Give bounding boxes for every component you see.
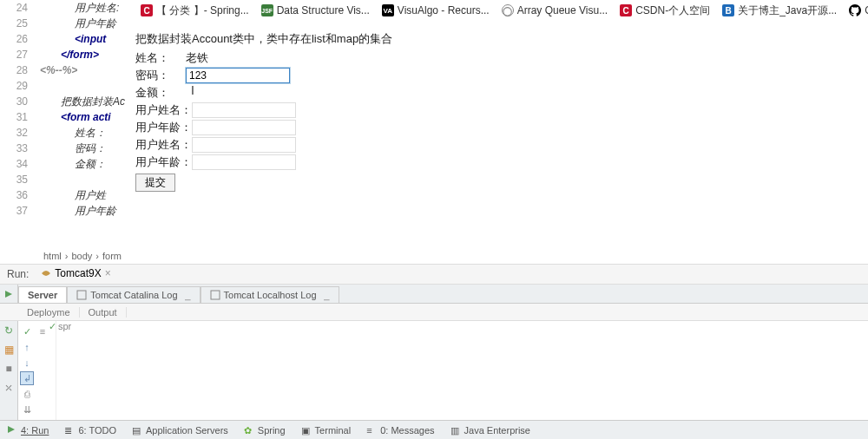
log-icon [210, 290, 220, 300]
run-bar: Run: Tomcat9X × [0, 264, 868, 285]
up-icon[interactable]: ↑ [20, 340, 34, 354]
stop-icon[interactable]: ■ [3, 363, 15, 375]
down-icon[interactable]: ↓ [20, 356, 34, 370]
log-icon [76, 290, 87, 300]
messages-icon: ≡ [366, 425, 377, 436]
bookmark-csdn[interactable]: CCSDN-个人空间 [620, 3, 710, 18]
breadcrumb: html› body› form [43, 251, 122, 261]
line-number-gutter: 2425262728293031323334353637 [0, 0, 40, 243]
bottom-spring[interactable]: ✿Spring [244, 425, 286, 436]
run-config-tab[interactable]: Tomcat9X × [36, 265, 115, 283]
tomcat-icon [41, 268, 51, 278]
github-icon [849, 4, 861, 16]
uname2-label: 用户姓名： [135, 137, 192, 153]
bottom-terminal[interactable]: ▣Terminal [301, 425, 352, 436]
output-subtabs: Deployme Output [0, 304, 868, 321]
svg-rect-1 [211, 291, 220, 299]
output-area: ↻ ▦ ■ ⤫ ✓≡ ↑ ↓ ↲ ⎙ ⇊ [0, 321, 868, 420]
uage1-label: 用户年龄： [135, 120, 192, 135]
server-icon: ▤ [132, 425, 142, 436]
bookmark-blog[interactable]: B关于博主_Java开源... [722, 3, 837, 18]
userage2-input[interactable] [192, 154, 296, 170]
subtab-output[interactable]: Output [80, 307, 127, 318]
open-browser-icon[interactable]: ▦ [3, 344, 15, 356]
javaee-icon: ▥ [450, 425, 461, 436]
scroll-icon[interactable]: ⇊ [20, 403, 34, 416]
breadcrumb-item[interactable]: form [102, 251, 122, 261]
tab-server[interactable]: Server [18, 286, 67, 303]
bookmark-dsvis[interactable]: JSFData Structure Vis... [261, 4, 370, 16]
userage1-input[interactable] [192, 120, 296, 135]
bottom-javaee[interactable]: ▥Java Enterprise [450, 425, 530, 436]
submit-button[interactable]: 提交 [135, 174, 175, 192]
output-tabs: Server Tomcat Catalina Log⎯ Tomcat Local… [0, 285, 868, 304]
bottom-run[interactable]: 4: Run [7, 425, 49, 436]
globe-icon: ◯ [502, 4, 514, 16]
blog-icon: B [722, 4, 734, 16]
pin-icon: ⎯ [324, 290, 330, 300]
bottom-toolbar: 4: Run ≣6: TODO ▤Application Servers ✿Sp… [0, 420, 868, 439]
bookmark-visualgo[interactable]: VAVisuAlgo - Recurs... [382, 4, 490, 16]
browser-form-overlay: 把数据封装Account类中，类中存在list和map的集合 姓名：老铁 密码：… [135, 31, 448, 192]
amount-label: 金额： [135, 85, 186, 101]
bottom-appservers[interactable]: ▤Application Servers [132, 425, 228, 436]
todo-icon: ≣ [64, 425, 75, 436]
csdn-icon: C [141, 4, 153, 16]
run-toolbar-mid: ✓≡ ↑ ↓ ↲ ⎙ ⇊ [18, 321, 56, 420]
print-icon[interactable]: ⎙ [20, 387, 34, 401]
debugger-step-icon[interactable] [0, 285, 18, 303]
subtab-deployment[interactable]: Deployme [18, 307, 80, 318]
bookmark-arrayqueue[interactable]: ◯Array Queue Visu... [502, 4, 608, 16]
text-cursor-icon: I [191, 83, 194, 97]
close-icon[interactable]: × [105, 267, 111, 279]
code-editor[interactable]: 2425262728293031323334353637 用户姓名: 用户年龄 … [0, 0, 137, 243]
rerun-icon[interactable]: ↻ [3, 324, 15, 337]
username1-input[interactable] [192, 102, 296, 118]
jsf-icon: JSF [261, 4, 273, 16]
name-value: 老铁 [186, 50, 208, 66]
bookmarks-bar: C【 分类 】- Spring... JSFData Structure Vis… [137, 0, 868, 21]
password-label: 密码： [135, 68, 186, 83]
bottom-messages[interactable]: ≡0: Messages [366, 425, 434, 436]
run-toolbar-left: ↻ ▦ ■ ⤫ [0, 321, 18, 420]
tab-localhost-log[interactable]: Tomcat Localhost Log⎯ [201, 286, 339, 303]
spring-icon: ✿ [244, 425, 254, 436]
deployment-status: spr [49, 321, 71, 332]
code-content: 用户姓名: 用户年龄 <input </form> <%--%> 把数据封装Ac… [40, 0, 125, 243]
bookmark-github[interactable]: GitHub - wangzh... [849, 4, 868, 16]
uage2-label: 用户年龄： [135, 154, 192, 170]
visualgo-icon: VA [382, 4, 394, 16]
text-icon[interactable]: ≡ [36, 324, 49, 338]
check-icon: ✓ [20, 324, 34, 338]
exit-icon[interactable]: ⤫ [3, 382, 15, 394]
amount-input[interactable] [186, 85, 290, 101]
terminal-icon: ▣ [301, 425, 312, 436]
name-label: 姓名： [135, 50, 186, 66]
password-input[interactable] [186, 68, 290, 83]
breadcrumb-item[interactable]: body [71, 251, 92, 261]
wrap-icon[interactable]: ↲ [20, 371, 34, 385]
username2-input[interactable] [192, 137, 296, 153]
bookmark-spring[interactable]: C【 分类 】- Spring... [141, 3, 249, 18]
bottom-todo[interactable]: ≣6: TODO [64, 425, 116, 436]
tab-catalina-log[interactable]: Tomcat Catalina Log⎯ [67, 286, 200, 303]
breadcrumb-item[interactable]: html [43, 251, 62, 261]
run-icon [7, 425, 17, 436]
uname1-label: 用户姓名： [135, 102, 192, 118]
csdn-icon: C [620, 4, 632, 16]
pin-icon: ⎯ [185, 290, 191, 300]
run-label: Run: [0, 268, 36, 280]
svg-rect-0 [77, 291, 86, 299]
form-title: 把数据封装Account类中，类中存在list和map的集合 [135, 31, 448, 47]
